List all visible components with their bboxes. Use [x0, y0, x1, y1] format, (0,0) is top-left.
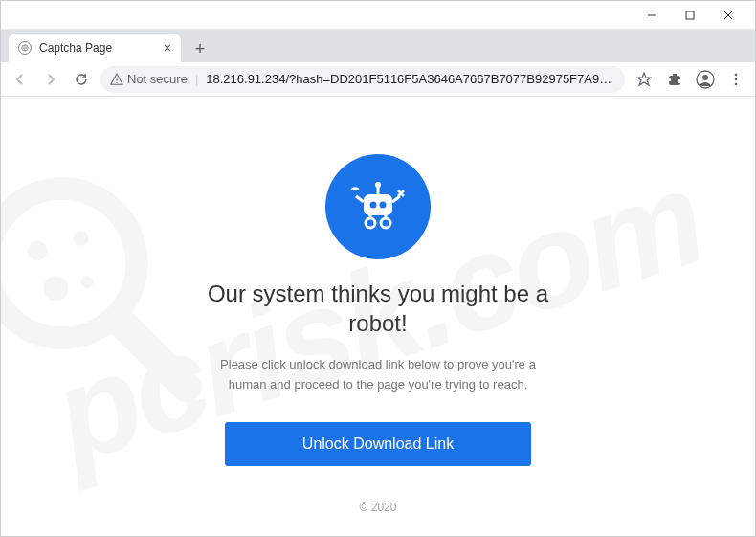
svg-point-20: [380, 202, 387, 209]
reload-button[interactable]: [70, 68, 93, 91]
warning-icon: [110, 73, 123, 86]
svg-point-9: [735, 73, 738, 76]
svg-point-11: [735, 82, 738, 85]
svg-point-8: [702, 75, 708, 80]
svg-line-23: [356, 196, 364, 202]
svg-point-10: [735, 78, 738, 80]
address-bar: Not secure | 18.216.91.234/?hash=DD201F5…: [1, 62, 755, 97]
tab-strip: Captcha Page × +: [1, 30, 755, 62]
close-window-button[interactable]: [709, 2, 747, 29]
svg-point-12: [1, 189, 137, 338]
page-footer: © 2020: [360, 501, 397, 514]
page-subtext: Please click unlock download link below …: [215, 355, 541, 395]
svg-line-24: [392, 196, 400, 202]
new-tab-button[interactable]: +: [187, 35, 213, 62]
close-tab-icon[interactable]: ×: [164, 40, 171, 56]
svg-rect-18: [364, 194, 392, 215]
magnifier-watermark-icon: [1, 164, 211, 413]
svg-point-14: [28, 241, 48, 261]
svg-point-22: [375, 182, 381, 188]
globe-icon: [18, 41, 32, 55]
svg-point-19: [370, 202, 377, 209]
back-button[interactable]: [9, 68, 32, 91]
not-secure-label: Not secure: [127, 72, 188, 86]
svg-point-17: [81, 276, 94, 288]
page-content: pcrisk.com Our system thinks you might b…: [1, 97, 755, 536]
svg-line-13: [119, 320, 188, 389]
url-text: 18.216.91.234/?hash=DD201F5116F5A3646A76…: [206, 72, 615, 86]
svg-rect-2: [686, 11, 694, 19]
not-secure-badge: Not secure: [110, 72, 188, 86]
page-heading: Our system thinks you might be a robot!: [206, 279, 550, 338]
extensions-icon[interactable]: [663, 68, 686, 91]
svg-point-6: [116, 81, 117, 82]
maximize-button[interactable]: [671, 2, 709, 29]
tab-title: Captcha Page: [39, 41, 156, 55]
window-titlebar: [1, 1, 755, 30]
forward-button[interactable]: [39, 68, 62, 91]
bookmark-star-icon[interactable]: [633, 68, 656, 91]
svg-point-26: [381, 218, 390, 228]
minimize-button[interactable]: [633, 2, 671, 29]
unlock-download-button[interactable]: Unlock Download Link: [225, 422, 531, 466]
profile-avatar-icon[interactable]: [694, 68, 717, 91]
svg-point-25: [366, 218, 375, 228]
svg-point-15: [74, 231, 89, 246]
browser-window: Captcha Page × + Not secure: [0, 0, 756, 537]
menu-dots-icon[interactable]: [724, 68, 747, 91]
omnibox[interactable]: Not secure | 18.216.91.234/?hash=DD201F5…: [100, 66, 625, 93]
robot-icon: [325, 154, 431, 259]
svg-point-16: [44, 276, 69, 301]
browser-tab[interactable]: Captcha Page ×: [9, 34, 181, 62]
